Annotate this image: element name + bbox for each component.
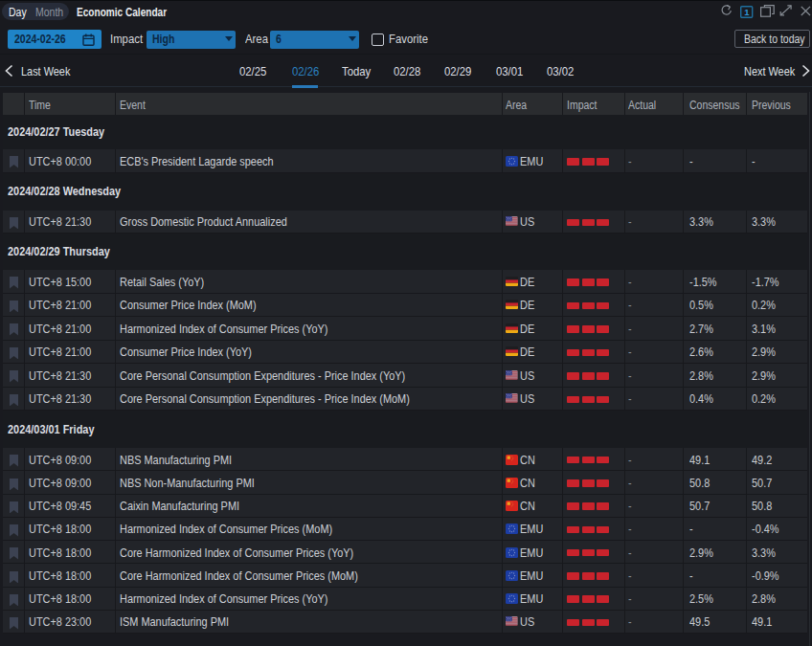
svg-text:1: 1 (744, 7, 750, 17)
